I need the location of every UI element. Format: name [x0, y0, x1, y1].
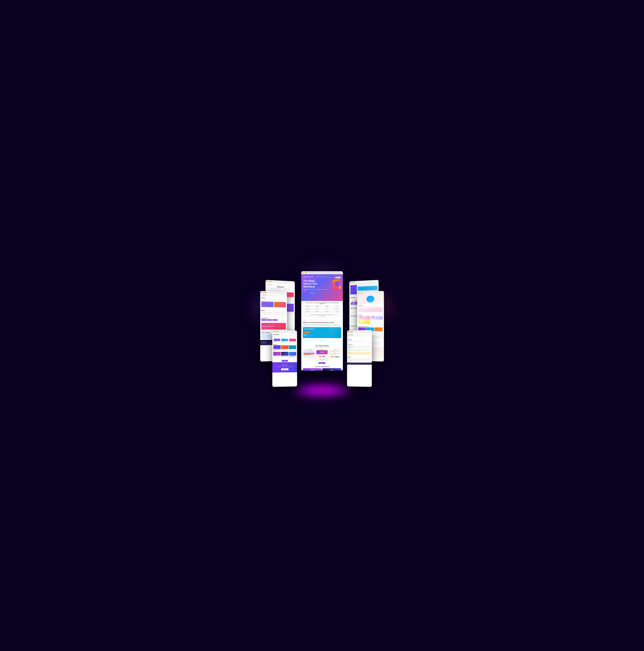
ctrl-3[interactable]: [303, 354, 311, 355]
br-approach-section: Our Approach: [347, 333, 372, 338]
bl-cs-label-1: Case Study: [273, 341, 280, 342]
rf-value-empathy: Empathy: [371, 316, 383, 320]
card-bar-main: movableink.com: [301, 271, 343, 274]
bl-res-img-3: [289, 345, 296, 349]
results-title: Our Clients See Massive Results: [303, 366, 341, 367]
logo-mcdonalds: McDonald's: [332, 308, 341, 310]
br-awards-section: Awards: [347, 355, 372, 363]
results-section: Our Clients See Massive Results 40% Incr…: [301, 365, 343, 371]
create-sub: Use the visualizer for a glimpse into th…: [303, 347, 341, 348]
br-customer-label: Customer: [349, 349, 370, 350]
nav-features[interactable]: Features: [320, 276, 322, 277]
bl-cs-item-1[interactable]: Case Study: [273, 338, 281, 342]
close-dot-bl: [273, 331, 274, 332]
travel-ad-title: Your Search Ends Now.: [304, 328, 340, 329]
bl-fs-text: The State of Financial Services 2021: [281, 353, 288, 354]
lf-nav-3[interactable]: Resources: [273, 295, 276, 296]
create-label: Directory: [303, 344, 341, 345]
lf-nav-4[interactable]: Company: [277, 295, 279, 296]
bl-res-item-6[interactable]: How The Help Deployed a Thriving Email S…: [289, 352, 296, 358]
behavior-tag-1: Categories: [331, 356, 334, 357]
max-dot-br: [351, 331, 353, 332]
lf-press-section: Featured Press MOVABLE INK MOVABLE INK M…: [260, 316, 287, 331]
bottom-right-content: Our Approach Exchange Platform Data Cont…: [347, 333, 372, 365]
card-bar-bl: [272, 330, 297, 333]
diag-rr2: [329, 351, 338, 352]
bl-res-grid: Intelligent Content in Email: How to Act…: [273, 345, 296, 351]
rf-value-curiosity: Curiosity: [358, 316, 370, 320]
bl-res-text-3: How The State: [289, 349, 296, 350]
main-cta-btn[interactable]: Get a Demo: [335, 277, 341, 278]
bl-demo-btn[interactable]: Get a Demo →: [281, 368, 288, 370]
logo-starbucks: ★ Starbucks: [303, 305, 312, 307]
bl-demo-sub: Whether you're trying to achieve the per…: [274, 366, 295, 368]
lf-press-logos: MOVABLE INK MOVABLE INK MOVABLE INK: [261, 319, 286, 321]
bl-res-text-2: Content Nine Tool: [281, 349, 289, 350]
rf-erg-3: [375, 328, 383, 331]
bl-demo-section: Get a Demo Whether you're trying to achi…: [272, 362, 297, 372]
br-offer-stat: What Offer: [348, 351, 371, 354]
bl-cs-item-3[interactable]: Case Study: [289, 338, 296, 342]
bl-res-item-3[interactable]: How The State: [289, 345, 296, 351]
nav-company[interactable]: Company: [327, 276, 330, 277]
nav-platform[interactable]: Platform: [316, 276, 319, 277]
quote-text: "Revenue is up 26% year-over-year as a d…: [304, 314, 341, 315]
nav-resources[interactable]: Resources: [323, 276, 326, 277]
bottom-right-card: Our Approach Exchange Platform Data Cont…: [347, 330, 372, 387]
rp-nav-resources[interactable]: Resources: [279, 284, 281, 285]
br-context-stat: Context Preferred Branch: [348, 345, 371, 348]
travel-hotel: Waikiki Beach Resort: [308, 335, 313, 336]
bl-cs-label-2: Case Study: [282, 341, 288, 342]
lf-banner-text: Immersive Experience!: [262, 326, 274, 327]
bl-res-item-4[interactable]: MOVABLE INK: [273, 352, 281, 358]
travel-price-row: $179 Waikiki Beach Resort: [304, 334, 340, 336]
lf-img-2: [274, 302, 286, 307]
main-nav-items: Platform Features Resources Company: [316, 276, 330, 277]
ctrl-1[interactable]: [303, 353, 315, 353]
hero-demo-btn[interactable]: Get a Demo: [303, 292, 309, 294]
main-card-content: MOVABLE INK Platform Features Resources …: [301, 274, 343, 371]
url-bar[interactable]: movableink.com: [309, 272, 342, 273]
bl-load-more-btn[interactable]: Load More: [282, 360, 288, 362]
rf-employee-title: Employee Resource Groups: [358, 326, 383, 327]
bl-cs-item-2[interactable]: Case Study: [281, 338, 289, 342]
rp-nav-company[interactable]: Company: [282, 285, 284, 285]
rp-nav-features[interactable]: Features: [276, 284, 278, 285]
rb-visual-1: [350, 285, 357, 294]
br-ex-t2: [348, 341, 365, 342]
travel-ad-content: Your Search Ends Now. Interactive Travel…: [304, 328, 340, 337]
award-1-text: [262, 312, 271, 313]
br-customer-bar: [349, 350, 370, 351]
get-demo-btn[interactable]: Get a Demo →: [319, 362, 325, 364]
platform-link[interactable]: ← Get a Demo →: [319, 340, 325, 341]
bl-cs-img-3: [289, 339, 296, 341]
diag-controls: [303, 353, 315, 355]
lf-awards-grid: [261, 311, 286, 315]
lf-nav-2[interactable]: Features: [270, 295, 273, 296]
logo-freshline: FreshLine: [322, 311, 331, 313]
close-dot: [267, 281, 268, 282]
ctrl-2[interactable]: [303, 354, 315, 354]
travel-book-btn[interactable]: Book Today: [304, 332, 310, 333]
main-login[interactable]: Login: [333, 277, 335, 278]
br-offer-bar: [349, 353, 370, 354]
rp-nav-platform[interactable]: Platform: [273, 284, 275, 285]
diag-middle: Content ASHA YOUNG,FROM SITTING INTHE FR…: [316, 349, 328, 358]
bl-res-item-1[interactable]: Intelligent Content in Email: How to Act…: [273, 345, 281, 351]
rf-values-grid: Curiosity Empathy Grit: [358, 316, 383, 324]
br-award-grid: [348, 358, 371, 361]
br-awards-title: Awards: [348, 356, 371, 358]
platform-nav-dots: ← Get a Demo →: [303, 339, 341, 342]
bl-cs-img-2: [282, 339, 288, 341]
result-40: 40% Increase in Revenue: [303, 368, 322, 371]
bl-res-item-2[interactable]: Content Nine Tool: [281, 345, 289, 351]
platform-label: The Platform: [303, 321, 341, 321]
bl-resources-row2: MOVABLE INK The State of Financial Servi…: [272, 352, 297, 359]
read-case-link[interactable]: Read the Case Study: [304, 316, 341, 316]
hero-contact-btn[interactable]: Contact Us: [310, 292, 315, 294]
bl-res-item-5[interactable]: The State of Financial Services 2021 The…: [281, 352, 289, 358]
platform-diagram: Choose Your Option Content AS: [303, 349, 341, 358]
lf-nav-1[interactable]: Platform: [268, 295, 270, 296]
rf-ct1: [358, 306, 383, 307]
max-dot-lf: [265, 292, 266, 293]
